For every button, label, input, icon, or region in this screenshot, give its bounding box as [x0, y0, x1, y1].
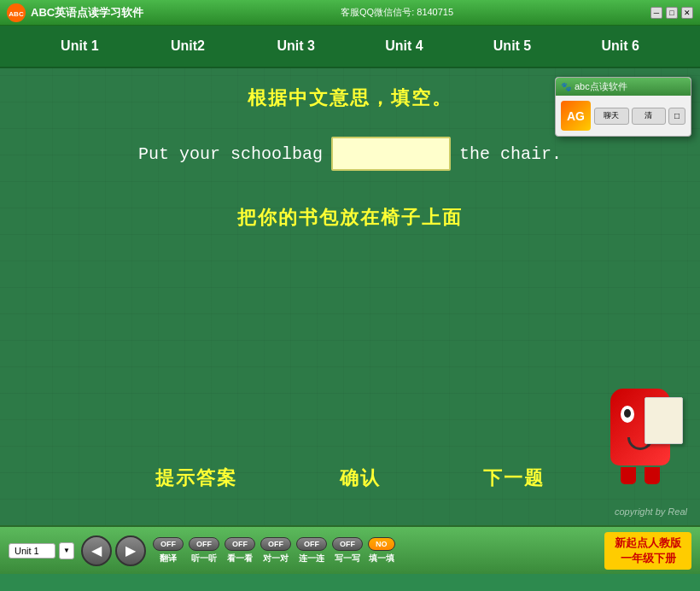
- toggle-match-label: 对一对: [263, 553, 289, 565]
- tab-unit5[interactable]: Unit 5: [458, 32, 567, 61]
- tab-unit4[interactable]: Unit 4: [350, 32, 458, 61]
- sentence-post: the chair.: [459, 144, 562, 164]
- maximize-button[interactable]: □: [666, 7, 678, 19]
- version-line1: 新起点人教版: [615, 535, 681, 551]
- popup-body: AG 聊天 清 □: [556, 96, 691, 136]
- app-title: ABC英语点读学习软件: [31, 5, 143, 20]
- version-info: 新起点人教版 一年级下册: [604, 532, 691, 570]
- copyright-text: copyright by Real: [615, 506, 687, 517]
- nav-arrows: ◀ ▶: [81, 535, 146, 566]
- toggle-listen: OFF 听一听: [189, 537, 219, 565]
- sentence-area: Put your schoolbag the chair.: [138, 137, 562, 171]
- toggle-fill: NO 填一填: [368, 537, 395, 565]
- toggle-listen-btn[interactable]: OFF: [189, 537, 219, 551]
- chalkboard: 🐾 abc点读软件 AG 聊天 清 □ 根据中文意思，填空。 Put your …: [0, 68, 700, 525]
- popup-close-button[interactable]: □: [668, 108, 685, 125]
- window-controls[interactable]: ─ □ ✕: [650, 7, 693, 19]
- toggle-fill-btn[interactable]: NO: [368, 537, 395, 551]
- prev-arrow-button[interactable]: ◀: [81, 535, 112, 566]
- toggle-listen-label: 听一听: [191, 553, 217, 565]
- toggle-connect-label: 连一连: [299, 553, 324, 565]
- toggle-translate-label: 翻译: [160, 553, 177, 565]
- toggle-buttons: OFF 翻译 OFF 听一听 OFF 看一看 OFF 对一对 OFF 连一连 O…: [153, 537, 395, 565]
- instruction-text: 根据中文意思，填空。: [248, 85, 452, 111]
- app-logo: ABC: [7, 3, 26, 22]
- sentence-pre: Put your schoolbag: [138, 144, 323, 164]
- unit-label: Unit 1: [9, 543, 55, 559]
- popup-title-bar: 🐾 abc点读软件: [556, 78, 691, 96]
- toggle-write: OFF 写一写: [332, 537, 363, 565]
- toggle-look-btn[interactable]: OFF: [225, 537, 255, 551]
- confirm-button[interactable]: 确认: [340, 465, 381, 491]
- toggle-connect: OFF 连一连: [296, 537, 327, 565]
- toggle-translate-btn[interactable]: OFF: [153, 537, 184, 551]
- mascot-legs: [598, 467, 683, 484]
- tab-unit1[interactable]: Unit 1: [26, 32, 134, 61]
- tab-unit2[interactable]: Unit2: [134, 32, 242, 61]
- mascot-leg-right: [645, 467, 660, 484]
- fill-blank-input[interactable]: [331, 137, 451, 171]
- mascot-paper: [645, 397, 683, 444]
- hint-button[interactable]: 提示答案: [155, 465, 237, 491]
- toggle-match-btn[interactable]: OFF: [260, 537, 291, 551]
- tab-unit3[interactable]: Unit 3: [242, 32, 350, 61]
- support-text: 客服QQ微信信号: 8140715: [341, 6, 453, 19]
- title-bar-left: ABC ABC英语点读学习软件: [7, 3, 143, 22]
- toggle-look-label: 看一看: [227, 553, 253, 565]
- title-bar: ABC ABC英语点读学习软件 客服QQ微信信号: 8140715 ─ □ ✕: [0, 0, 700, 26]
- mascot-pupil-left: [624, 409, 631, 418]
- toggle-fill-label: 填一填: [369, 553, 394, 565]
- popup-action-row: 聊天 清 □: [594, 108, 685, 125]
- chinese-hint: 把你的书包放在椅子上面: [237, 205, 463, 231]
- popup-widget: 🐾 abc点读软件 AG 聊天 清 □: [555, 77, 691, 137]
- toggle-connect-btn[interactable]: OFF: [296, 537, 327, 551]
- popup-chat-btn[interactable]: 聊天: [594, 108, 629, 125]
- tab-unit6[interactable]: Unit 6: [566, 32, 674, 61]
- popup-title-text: abc点读软件: [575, 80, 627, 93]
- toggle-look: OFF 看一看: [225, 537, 255, 565]
- toggle-translate: OFF 翻译: [153, 537, 184, 565]
- close-button[interactable]: ✕: [681, 7, 693, 19]
- toggle-match: OFF 对一对: [260, 537, 291, 565]
- minimize-button[interactable]: ─: [650, 7, 662, 19]
- mascot-body: [610, 389, 670, 465]
- version-line2: 一年级下册: [615, 551, 681, 566]
- unit-selector: Unit 1 ▼: [9, 542, 74, 559]
- mascot-leg-left: [621, 467, 636, 484]
- next-arrow-button[interactable]: ▶: [115, 535, 146, 566]
- action-buttons: 提示答案 确认 下一题: [155, 465, 545, 491]
- mascot: [598, 389, 683, 500]
- bottom-bar: Unit 1 ▼ ◀ ▶ OFF 翻译 OFF 听一听 OFF 看一看 OFF …: [0, 525, 700, 574]
- nav-tabs: Unit 1 Unit2 Unit 3 Unit 4 Unit 5 Unit 6: [0, 26, 700, 68]
- popup-actions: 聊天 清 □: [594, 108, 685, 125]
- toggle-write-btn[interactable]: OFF: [332, 537, 363, 551]
- mascot-eye-left: [621, 406, 634, 423]
- popup-clear-btn[interactable]: 清: [632, 108, 667, 125]
- toggle-write-label: 写一写: [335, 553, 360, 565]
- unit-dropdown[interactable]: ▼: [59, 542, 74, 559]
- svg-text:ABC: ABC: [9, 10, 24, 18]
- popup-logo: AG: [561, 101, 591, 131]
- next-button[interactable]: 下一题: [483, 465, 545, 491]
